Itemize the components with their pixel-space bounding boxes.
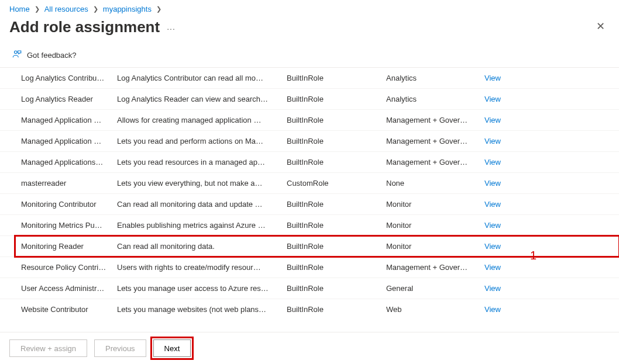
role-description: Lets you read resources in a managed ap… <box>117 158 287 167</box>
view-link[interactable]: View <box>484 284 501 293</box>
role-category: Monitor <box>386 242 484 251</box>
table-row[interactable]: Managed Application …Lets you read and p… <box>0 131 619 152</box>
role-name: User Access Administr… <box>21 284 117 293</box>
role-name: Log Analytics Reader <box>21 95 117 103</box>
view-link[interactable]: View <box>484 116 501 124</box>
table-row[interactable]: Managed Application …Allows for creating… <box>0 110 619 131</box>
chevron-right-icon: ❯ <box>93 5 98 13</box>
view-link[interactable]: View <box>484 137 501 145</box>
role-type: CustomRole <box>287 179 386 188</box>
view-link[interactable]: View <box>484 242 501 251</box>
chevron-right-icon: ❯ <box>35 5 40 13</box>
role-description: Log Analytics Contributor can read all m… <box>117 74 287 82</box>
role-view-cell: View <box>484 242 525 251</box>
role-category: Monitor <box>386 200 484 209</box>
role-type: BuiltInRole <box>287 74 386 82</box>
role-name: Managed Application … <box>21 137 117 145</box>
role-name: Managed Application … <box>21 116 117 124</box>
feedback-icon <box>12 49 22 61</box>
more-actions-icon[interactable]: ··· <box>167 19 176 33</box>
wizard-footer: Review + assign Previous Next <box>0 332 619 364</box>
role-view-cell: View <box>484 263 525 272</box>
view-link[interactable]: View <box>484 305 501 314</box>
table-row[interactable]: Website ContributorLets you manage websi… <box>0 299 619 318</box>
role-view-cell: View <box>484 116 525 124</box>
role-type: BuiltInRole <box>287 158 386 167</box>
table-row[interactable]: Monitoring ContributorCan read all monit… <box>0 194 619 215</box>
role-type: BuiltInRole <box>287 263 386 272</box>
table-row[interactable]: Monitoring Metrics Pu…Enables publishing… <box>0 215 619 236</box>
view-link[interactable]: View <box>484 200 501 209</box>
roles-table[interactable]: Log Analytics Contribu…Log Analytics Con… <box>0 67 619 318</box>
role-description: Log Analytics Reader can view and search… <box>117 95 287 103</box>
table-row[interactable]: Log Analytics Contribu…Log Analytics Con… <box>0 68 619 89</box>
role-category: None <box>386 179 484 188</box>
role-type: BuiltInRole <box>287 200 386 209</box>
role-name: Monitoring Contributor <box>21 200 117 209</box>
role-view-cell: View <box>484 305 525 314</box>
role-type: BuiltInRole <box>287 95 386 103</box>
view-link[interactable]: View <box>484 263 501 272</box>
role-description: Lets you manage websites (not web plans… <box>117 305 287 314</box>
table-row[interactable]: Monitoring ReaderCan read all monitoring… <box>0 236 619 257</box>
role-name: Resource Policy Contri… <box>21 263 117 272</box>
role-view-cell: View <box>484 200 525 209</box>
feedback-label: Got feedback? <box>27 51 77 60</box>
feedback-link[interactable]: Got feedback? <box>0 46 619 67</box>
role-view-cell: View <box>484 137 525 145</box>
role-name: Website Contributor <box>21 305 117 314</box>
role-category: Analytics <box>386 74 484 82</box>
role-description: Lets you read and perform actions on Ma… <box>117 137 287 145</box>
table-row[interactable]: masterreaderLets you view everything, bu… <box>0 173 619 194</box>
role-name: masterreader <box>21 179 117 188</box>
role-description: Enables publishing metrics against Azure… <box>117 221 287 230</box>
role-description: Lets you view everything, but not make a… <box>117 179 287 188</box>
review-assign-button[interactable]: Review + assign <box>9 339 87 357</box>
view-link[interactable]: View <box>484 179 501 188</box>
role-description: Can read all monitoring data. <box>117 242 287 251</box>
breadcrumb: Home ❯ All resources ❯ myappinsights ❯ <box>0 0 619 16</box>
page-title: Add role assignment <box>9 18 160 36</box>
role-type: BuiltInRole <box>287 137 386 145</box>
view-link[interactable]: View <box>484 95 501 103</box>
role-type: BuiltInRole <box>287 284 386 293</box>
role-category: Analytics <box>386 95 484 103</box>
table-row[interactable]: Log Analytics ReaderLog Analytics Reader… <box>0 89 619 110</box>
role-category: Monitor <box>386 221 484 230</box>
role-category: Management + Gover… <box>386 263 484 272</box>
role-view-cell: View <box>484 74 525 82</box>
role-type: BuiltInRole <box>287 242 386 251</box>
role-type: BuiltInRole <box>287 221 386 230</box>
page-header: Add role assignment ··· ✕ <box>0 16 619 46</box>
role-view-cell: View <box>484 284 525 293</box>
table-row[interactable]: Managed Applications…Lets you read resou… <box>0 152 619 173</box>
role-view-cell: View <box>484 221 525 230</box>
role-description: Lets you manage user access to Azure res… <box>117 284 287 293</box>
role-name: Monitoring Metrics Pu… <box>21 221 117 230</box>
role-description: Users with rights to create/modify resou… <box>117 263 287 272</box>
role-type: BuiltInRole <box>287 305 386 314</box>
next-button[interactable]: Next <box>153 339 191 357</box>
view-link[interactable]: View <box>484 158 501 167</box>
chevron-right-icon: ❯ <box>156 5 161 13</box>
breadcrumb-resource[interactable]: myappinsights <box>103 5 152 13</box>
breadcrumb-home[interactable]: Home <box>9 5 30 13</box>
role-description: Allows for creating managed application … <box>117 116 287 124</box>
breadcrumb-all-resources[interactable]: All resources <box>44 5 88 13</box>
table-row[interactable]: Resource Policy Contri…Users with rights… <box>0 257 619 278</box>
role-category: Web <box>386 305 484 314</box>
role-name: Managed Applications… <box>21 158 117 167</box>
view-link[interactable]: View <box>484 74 501 82</box>
role-name: Monitoring Reader <box>21 242 117 251</box>
role-view-cell: View <box>484 95 525 103</box>
role-description: Can read all monitoring data and update … <box>117 200 287 209</box>
table-row[interactable]: User Access Administr…Lets you manage us… <box>0 278 619 299</box>
previous-button[interactable]: Previous <box>94 339 146 357</box>
role-view-cell: View <box>484 158 525 167</box>
role-category: Management + Gover… <box>386 116 484 124</box>
close-icon[interactable]: ✕ <box>592 18 610 35</box>
role-name: Log Analytics Contribu… <box>21 74 117 82</box>
view-link[interactable]: View <box>484 221 501 230</box>
role-category: Management + Gover… <box>386 158 484 167</box>
role-category: Management + Gover… <box>386 137 484 145</box>
